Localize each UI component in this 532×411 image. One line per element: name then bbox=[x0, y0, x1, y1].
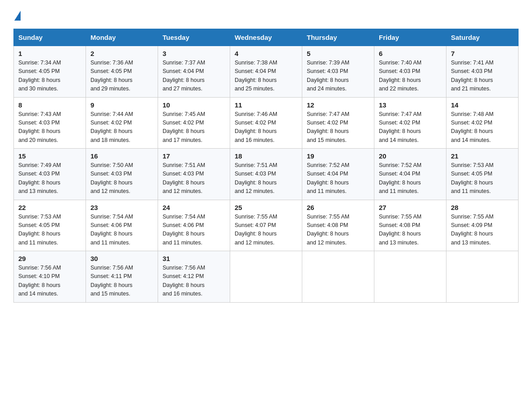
day-info: Sunrise: 7:55 AMSunset: 4:09 PMDaylight:… bbox=[451, 213, 514, 248]
header-monday: Monday bbox=[86, 29, 158, 46]
day-info: Sunrise: 7:47 AMSunset: 4:02 PMDaylight:… bbox=[379, 110, 442, 145]
day-number: 7 bbox=[451, 50, 514, 57]
calendar-cell: 24Sunrise: 7:54 AMSunset: 4:06 PMDayligh… bbox=[158, 200, 230, 251]
day-info: Sunrise: 7:47 AMSunset: 4:02 PMDaylight:… bbox=[307, 110, 369, 145]
day-number: 11 bbox=[235, 101, 297, 109]
calendar-cell: 19Sunrise: 7:52 AMSunset: 4:04 PMDayligh… bbox=[302, 149, 374, 200]
calendar-week-4: 22Sunrise: 7:53 AMSunset: 4:05 PMDayligh… bbox=[14, 200, 519, 251]
calendar-cell: 26Sunrise: 7:55 AMSunset: 4:08 PMDayligh… bbox=[302, 200, 374, 251]
day-info: Sunrise: 7:40 AMSunset: 4:03 PMDaylight:… bbox=[379, 59, 442, 94]
calendar-cell: 8Sunrise: 7:43 AMSunset: 4:03 PMDaylight… bbox=[14, 97, 86, 149]
day-info: Sunrise: 7:51 AMSunset: 4:03 PMDaylight:… bbox=[235, 161, 297, 196]
day-number: 14 bbox=[451, 101, 514, 109]
day-info: Sunrise: 7:51 AMSunset: 4:03 PMDaylight:… bbox=[163, 161, 225, 196]
calendar-cell: 21Sunrise: 7:53 AMSunset: 4:05 PMDayligh… bbox=[446, 149, 519, 200]
day-info: Sunrise: 7:44 AMSunset: 4:02 PMDaylight:… bbox=[90, 110, 153, 145]
day-info: Sunrise: 7:41 AMSunset: 4:03 PMDaylight:… bbox=[451, 59, 514, 94]
calendar-cell: 10Sunrise: 7:45 AMSunset: 4:02 PMDayligh… bbox=[158, 97, 230, 149]
calendar-cell: 6Sunrise: 7:40 AMSunset: 4:03 PMDaylight… bbox=[374, 46, 446, 98]
day-number: 18 bbox=[235, 152, 297, 160]
header-saturday: Saturday bbox=[446, 29, 519, 46]
day-number: 12 bbox=[307, 101, 369, 109]
day-info: Sunrise: 7:50 AMSunset: 4:03 PMDaylight:… bbox=[90, 161, 153, 196]
calendar-cell: 2Sunrise: 7:36 AMSunset: 4:05 PMDaylight… bbox=[86, 46, 158, 98]
day-number: 10 bbox=[163, 101, 225, 109]
day-info: Sunrise: 7:56 AMSunset: 4:10 PMDaylight:… bbox=[18, 264, 81, 299]
day-number: 8 bbox=[18, 101, 81, 109]
day-info: Sunrise: 7:34 AMSunset: 4:05 PMDaylight:… bbox=[18, 59, 81, 94]
day-number: 28 bbox=[451, 204, 514, 211]
day-info: Sunrise: 7:38 AMSunset: 4:04 PMDaylight:… bbox=[235, 59, 297, 94]
calendar-cell: 30Sunrise: 7:56 AMSunset: 4:11 PMDayligh… bbox=[86, 251, 158, 303]
day-number: 1 bbox=[18, 50, 81, 57]
calendar-cell: 13Sunrise: 7:47 AMSunset: 4:02 PMDayligh… bbox=[374, 97, 446, 149]
calendar-cell: 27Sunrise: 7:55 AMSunset: 4:08 PMDayligh… bbox=[374, 200, 446, 251]
day-number: 21 bbox=[451, 152, 514, 160]
day-info: Sunrise: 7:36 AMSunset: 4:05 PMDaylight:… bbox=[90, 59, 153, 94]
day-info: Sunrise: 7:55 AMSunset: 4:08 PMDaylight:… bbox=[379, 213, 442, 248]
day-number: 26 bbox=[307, 204, 369, 211]
day-info: Sunrise: 7:52 AMSunset: 4:04 PMDaylight:… bbox=[379, 161, 442, 196]
calendar-cell: 31Sunrise: 7:56 AMSunset: 4:12 PMDayligh… bbox=[158, 251, 230, 303]
calendar-header-row: SundayMondayTuesdayWednesdayThursdayFrid… bbox=[14, 29, 519, 46]
calendar-cell bbox=[446, 251, 519, 303]
calendar-cell: 9Sunrise: 7:44 AMSunset: 4:02 PMDaylight… bbox=[86, 97, 158, 149]
header-tuesday: Tuesday bbox=[158, 29, 230, 46]
calendar-cell: 7Sunrise: 7:41 AMSunset: 4:03 PMDaylight… bbox=[446, 46, 519, 98]
day-number: 31 bbox=[163, 255, 225, 262]
day-info: Sunrise: 7:54 AMSunset: 4:06 PMDaylight:… bbox=[90, 213, 153, 248]
calendar-week-5: 29Sunrise: 7:56 AMSunset: 4:10 PMDayligh… bbox=[14, 251, 519, 303]
calendar-cell: 22Sunrise: 7:53 AMSunset: 4:05 PMDayligh… bbox=[14, 200, 86, 251]
calendar-cell: 28Sunrise: 7:55 AMSunset: 4:09 PMDayligh… bbox=[446, 200, 519, 251]
calendar-cell: 25Sunrise: 7:55 AMSunset: 4:07 PMDayligh… bbox=[230, 200, 302, 251]
day-number: 25 bbox=[235, 204, 297, 211]
calendar-cell: 14Sunrise: 7:48 AMSunset: 4:02 PMDayligh… bbox=[446, 97, 519, 149]
day-number: 23 bbox=[90, 204, 153, 211]
day-info: Sunrise: 7:46 AMSunset: 4:02 PMDaylight:… bbox=[235, 110, 297, 145]
logo-triangle-icon bbox=[14, 11, 21, 21]
day-number: 29 bbox=[18, 255, 81, 262]
calendar-week-3: 15Sunrise: 7:49 AMSunset: 4:03 PMDayligh… bbox=[14, 149, 519, 200]
header-sunday: Sunday bbox=[14, 29, 86, 46]
day-number: 30 bbox=[90, 255, 153, 262]
calendar-week-2: 8Sunrise: 7:43 AMSunset: 4:03 PMDaylight… bbox=[14, 97, 519, 149]
calendar-cell: 16Sunrise: 7:50 AMSunset: 4:03 PMDayligh… bbox=[86, 149, 158, 200]
day-info: Sunrise: 7:55 AMSunset: 4:07 PMDaylight:… bbox=[235, 213, 297, 248]
day-number: 20 bbox=[379, 152, 442, 160]
header-friday: Friday bbox=[374, 29, 446, 46]
calendar-cell: 12Sunrise: 7:47 AMSunset: 4:02 PMDayligh… bbox=[302, 97, 374, 149]
logo bbox=[13, 9, 21, 21]
day-info: Sunrise: 7:54 AMSunset: 4:06 PMDaylight:… bbox=[163, 213, 225, 248]
day-info: Sunrise: 7:45 AMSunset: 4:02 PMDaylight:… bbox=[163, 110, 225, 145]
day-number: 15 bbox=[18, 152, 81, 160]
day-number: 3 bbox=[163, 50, 225, 57]
day-info: Sunrise: 7:49 AMSunset: 4:03 PMDaylight:… bbox=[18, 161, 81, 196]
calendar-cell: 18Sunrise: 7:51 AMSunset: 4:03 PMDayligh… bbox=[230, 149, 302, 200]
day-number: 24 bbox=[163, 204, 225, 211]
day-number: 5 bbox=[307, 50, 369, 57]
calendar-cell: 11Sunrise: 7:46 AMSunset: 4:02 PMDayligh… bbox=[230, 97, 302, 149]
calendar-cell bbox=[302, 251, 374, 303]
calendar-cell bbox=[230, 251, 302, 303]
day-number: 22 bbox=[18, 204, 81, 211]
day-number: 13 bbox=[379, 101, 442, 109]
day-number: 16 bbox=[90, 152, 153, 160]
day-number: 17 bbox=[163, 152, 225, 160]
calendar-cell: 23Sunrise: 7:54 AMSunset: 4:06 PMDayligh… bbox=[86, 200, 158, 251]
day-info: Sunrise: 7:37 AMSunset: 4:04 PMDaylight:… bbox=[163, 59, 225, 94]
header-wednesday: Wednesday bbox=[230, 29, 302, 46]
day-number: 19 bbox=[307, 152, 369, 160]
calendar-cell: 29Sunrise: 7:56 AMSunset: 4:10 PMDayligh… bbox=[14, 251, 86, 303]
calendar-cell: 1Sunrise: 7:34 AMSunset: 4:05 PMDaylight… bbox=[14, 46, 86, 98]
calendar-cell: 20Sunrise: 7:52 AMSunset: 4:04 PMDayligh… bbox=[374, 149, 446, 200]
page-header bbox=[13, 9, 519, 21]
calendar-table: SundayMondayTuesdayWednesdayThursdayFrid… bbox=[13, 29, 519, 303]
day-number: 6 bbox=[379, 50, 442, 57]
calendar-cell bbox=[374, 251, 446, 303]
day-info: Sunrise: 7:53 AMSunset: 4:05 PMDaylight:… bbox=[18, 213, 81, 248]
calendar-cell: 15Sunrise: 7:49 AMSunset: 4:03 PMDayligh… bbox=[14, 149, 86, 200]
day-number: 2 bbox=[90, 50, 153, 57]
day-info: Sunrise: 7:53 AMSunset: 4:05 PMDaylight:… bbox=[451, 161, 514, 196]
calendar-cell: 3Sunrise: 7:37 AMSunset: 4:04 PMDaylight… bbox=[158, 46, 230, 98]
header-thursday: Thursday bbox=[302, 29, 374, 46]
